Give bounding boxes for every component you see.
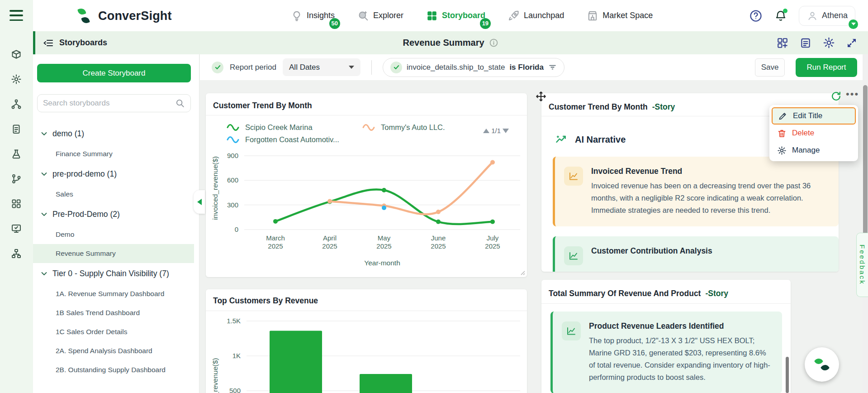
narrative-chart-trend-icon — [564, 246, 583, 265]
tree-item-finance-summary[interactable]: Finance Summary — [33, 144, 194, 163]
git-branch-icon — [11, 173, 22, 184]
svg-text:600: 600 — [227, 176, 238, 184]
rail-button-clipboard-icon[interactable] — [11, 124, 23, 135]
svg-text:2025: 2025 — [376, 242, 391, 250]
rail-button-flask-icon[interactable] — [11, 149, 23, 160]
nav-item-explorer[interactable]: Explorer — [357, 10, 403, 22]
filter-chip-ship-to-state[interactable]: invoice_details.ship_to_state is Florida — [383, 58, 564, 77]
expand-icon[interactable] — [846, 38, 857, 48]
settings-icon[interactable] — [823, 37, 835, 49]
report-period-value: All Dates — [289, 63, 320, 72]
user-menu[interactable]: Athena — [799, 6, 855, 26]
rail-button-package-icon[interactable] — [11, 49, 23, 61]
chip-condition: is Florida — [509, 63, 544, 72]
assistant-fab[interactable] — [805, 347, 839, 382]
storyboard-search — [37, 94, 191, 112]
story2-divider — [541, 303, 791, 304]
rail-button-hierarchy-icon[interactable] — [11, 99, 23, 110]
tree-item-1c-sales-order-details[interactable]: 1C Sales Order Details — [33, 322, 194, 341]
nav-item-market-space[interactable]: Market Space — [587, 10, 653, 22]
rail-button-settings-gear-icon[interactable] — [11, 74, 23, 86]
svg-text:2025: 2025 — [431, 242, 446, 250]
brand-name: ConverSight — [98, 9, 172, 23]
help-icon[interactable] — [749, 9, 763, 23]
nav-badge: 19 — [480, 18, 491, 29]
rail-button-git-branch-icon[interactable] — [11, 173, 23, 185]
market-icon — [587, 10, 598, 22]
add-widget-icon[interactable] — [777, 37, 788, 49]
nav-label: Market Space — [602, 11, 653, 20]
rocket-icon — [508, 10, 520, 22]
storyboard-grid-icon — [426, 10, 438, 22]
narrative-text: The top product, 1/2"-13 X 3 1/2" USS HE… — [589, 335, 771, 383]
create-storyboard-button[interactable]: Create Storyboard — [37, 64, 191, 82]
brand-logo[interactable]: ConverSight — [74, 6, 172, 26]
avatar-icon — [806, 10, 818, 22]
svg-text:July: July — [487, 234, 499, 242]
notes-icon[interactable] — [800, 37, 811, 49]
storyboard-panel: Create Storyboard demo (1)Finance Summar… — [33, 54, 199, 393]
rail-button-workflow-grid-icon[interactable] — [11, 198, 23, 210]
tree-group-label: Tier 0 - Supply Chain Visibility (7) — [52, 269, 169, 278]
nav-item-launchpad[interactable]: Launchpad — [508, 10, 564, 22]
save-button[interactable]: Save — [755, 58, 785, 77]
nav-label: Storyboard — [442, 11, 485, 20]
tree-group-tier-0-supply-chain-visibility-7[interactable]: Tier 0 - Supply Chain Visibility (7) — [33, 263, 194, 284]
move-handle-icon[interactable] — [535, 91, 547, 102]
report-period-select[interactable]: All Dates — [283, 58, 360, 76]
ai-sparkle-icon — [555, 133, 568, 146]
svg-text:April: April — [323, 234, 337, 242]
filter-bar: Report period All Dates invoice_details.… — [200, 54, 868, 80]
tree-item-1b-sales-trend-dashboard[interactable]: 1B Sales Trend Dashboard — [33, 303, 194, 322]
narrative-list: Invoiced Revenue TrendInvoiced revenue h… — [553, 157, 839, 272]
org-chart-icon — [11, 248, 22, 259]
svg-text:0: 0 — [235, 225, 238, 233]
tree-item-1a-revenue-summary-dashboard[interactable]: 1A. Revenue Summary Dashboard — [33, 284, 194, 303]
narrative-body: Customer Contribution Analysis — [591, 246, 712, 265]
monitor-check-icon — [11, 223, 22, 234]
story2-scrollbar[interactable] — [786, 357, 789, 393]
menu-item-delete[interactable]: Delete — [772, 125, 856, 142]
feedback-tab[interactable]: Feedback — [856, 233, 868, 297]
search-icon[interactable] — [175, 98, 185, 108]
rail-button-org-chart-icon[interactable] — [11, 248, 23, 260]
info-icon[interactable] — [489, 38, 498, 48]
tree-group-pre-prod-demo-2[interactable]: Pre-Prod-Demo (2) — [33, 204, 194, 225]
storyboards-header[interactable]: Storyboards — [43, 31, 107, 54]
tree-item-demo[interactable]: Demo — [33, 225, 194, 244]
refresh-story-icon[interactable] — [830, 91, 842, 102]
menu-item-manage[interactable]: Manage — [772, 142, 856, 159]
nav-label: Launchpad — [524, 11, 564, 20]
tree-item-sales[interactable]: Sales — [33, 185, 194, 204]
subheader-accent — [33, 31, 35, 54]
check-circle-icon[interactable] — [212, 62, 223, 73]
workflow-grid-icon — [11, 198, 22, 209]
nav-item-storyboard[interactable]: Storyboard19 — [426, 10, 485, 22]
narrative-card-invoiced-revenue-trend: Invoiced Revenue TrendInvoiced revenue h… — [553, 157, 839, 226]
more-options-icon[interactable]: ••• — [846, 92, 859, 96]
user-name: Athena — [822, 11, 848, 20]
nav-label: Insights — [307, 11, 335, 20]
nav-item-insights[interactable]: Insights50 — [291, 10, 335, 22]
filters: Report period All Dates invoice_details.… — [212, 54, 564, 80]
settings-gear-icon — [11, 74, 22, 85]
subheader-actions — [777, 31, 857, 54]
hamburger-menu-icon[interactable] — [9, 10, 23, 21]
tree-group-demo-1[interactable]: demo (1) — [33, 123, 194, 144]
total-summary-story-card: Total Summary Of Revenue And Product -St… — [541, 280, 791, 393]
run-report-button[interactable]: Run Report — [796, 58, 857, 77]
notifications-bell-icon[interactable] — [774, 10, 787, 22]
tree-item-2a-spend-analysis-dashboard[interactable]: 2A. Spend Analysis Dashboard — [33, 341, 194, 360]
menu-item-edit-title[interactable]: Edit Title — [772, 107, 856, 125]
search-input[interactable] — [43, 99, 171, 108]
tree-item-revenue-summary[interactable]: Revenue Summary — [33, 244, 194, 263]
narrative-card-customer-contribution-analysis: Customer Contribution Analysis — [553, 236, 839, 272]
collapse-panel-button[interactable] — [194, 190, 205, 214]
rail-button-monitor-check-icon[interactable] — [11, 223, 23, 235]
tree-group-label: pre-prod-demo (1) — [52, 169, 117, 179]
subheader-bar: Storyboards Revenue Summary — [33, 31, 868, 54]
resize-handle-icon[interactable] — [519, 269, 525, 275]
chip-check-icon — [390, 62, 402, 73]
tree-item-2b-outstanding-supply-dashboard[interactable]: 2B. Outstanding Supply Dashboard — [33, 360, 194, 379]
tree-group-pre-prod-demo-1[interactable]: pre-prod-demo (1) — [33, 163, 194, 185]
